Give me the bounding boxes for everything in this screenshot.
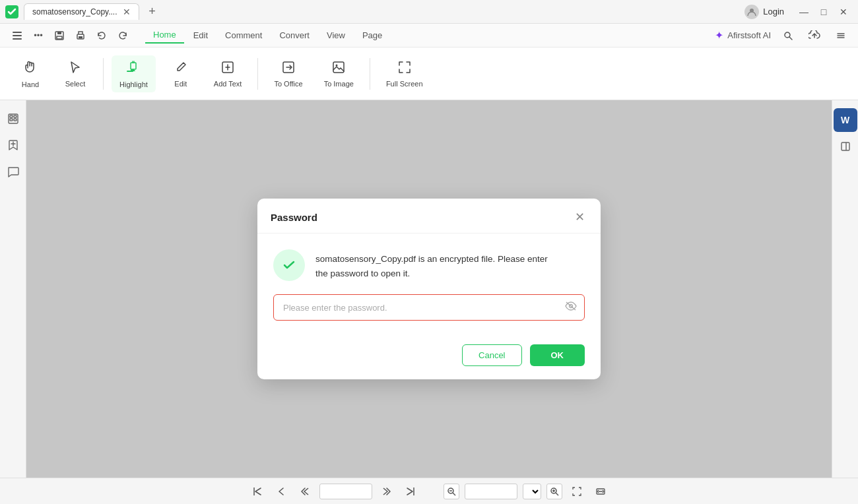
maximize-button[interactable]: □ <box>814 4 833 20</box>
left-sidebar <box>0 100 26 478</box>
tooffice-icon <box>281 60 296 77</box>
login-button[interactable]: Login <box>744 5 784 19</box>
svg-point-11 <box>336 64 338 66</box>
collapse-panel-button[interactable] <box>832 26 850 45</box>
menu-tab-view[interactable]: View <box>319 28 353 43</box>
user-avatar <box>744 5 759 19</box>
tooffice-label: To Office <box>274 80 302 88</box>
tool-toimage[interactable]: To Image <box>316 56 362 92</box>
edit-label: Edit <box>174 80 187 88</box>
first-page-button[interactable] <box>248 482 267 501</box>
page-number-input[interactable] <box>319 484 372 499</box>
svg-rect-2 <box>57 32 61 34</box>
print-button[interactable] <box>71 26 90 45</box>
toolbar-divider-2 <box>257 58 258 90</box>
minimize-button[interactable]: — <box>795 4 813 20</box>
highlight-label: Highlight <box>119 80 148 88</box>
bottom-bar: ▼ <box>0 478 858 504</box>
tool-addtext[interactable]: Add Text <box>206 56 250 92</box>
zoom-dropdown[interactable]: ▼ <box>523 484 541 499</box>
toimage-icon <box>331 60 346 77</box>
svg-rect-3 <box>57 36 62 39</box>
fit-width-button[interactable] <box>591 482 610 501</box>
dialog-title: Password <box>271 212 317 223</box>
last-page-button[interactable] <box>401 482 420 501</box>
cloud-upload-button[interactable] <box>805 26 824 45</box>
dialog-body: somatosensory_Copy.pdf is an encrypted f… <box>257 234 601 336</box>
dialog-message: somatosensory_Copy.pdf is an encrypted f… <box>315 249 548 280</box>
dialog-header: Password ✕ <box>257 199 601 234</box>
title-bar: somatosensory_Copy.... ✕ + Login — □ ✕ <box>0 0 858 24</box>
main-content: Password ✕ somatosensory_Copy.pdf is an … <box>26 100 832 478</box>
toolbar-divider-3 <box>370 58 370 90</box>
tool-select[interactable]: Select <box>55 56 95 92</box>
hamburger-menu-button[interactable] <box>8 26 26 45</box>
undo-button[interactable] <box>92 26 111 45</box>
menu-tab-comment[interactable]: Comment <box>217 28 270 43</box>
toimage-label: To Image <box>324 80 354 88</box>
ai-button[interactable]: ✦ Afirstsoft AI <box>715 29 771 42</box>
zoom-in-button[interactable] <box>546 484 562 499</box>
prev-page-button[interactable] <box>272 482 290 501</box>
redo-button[interactable] <box>114 26 132 45</box>
panel-toggle-button[interactable] <box>836 137 855 156</box>
svg-rect-10 <box>333 62 344 73</box>
active-tab[interactable]: somatosensory_Copy.... ✕ <box>24 3 139 20</box>
hand-label: Hand <box>22 80 39 88</box>
sidebar-comment-button[interactable] <box>3 161 24 182</box>
svg-rect-15 <box>10 119 13 121</box>
toggle-password-visibility-button[interactable] <box>565 301 577 313</box>
more-options-button[interactable]: ••• <box>29 26 48 45</box>
close-button[interactable]: ✕ <box>834 4 853 20</box>
password-input[interactable] <box>273 294 585 321</box>
dialog-message-row: somatosensory_Copy.pdf is an encrypted f… <box>273 249 585 281</box>
menu-tab-edit[interactable]: Edit <box>185 28 216 43</box>
menu-tab-home[interactable]: Home <box>145 27 184 44</box>
edit-icon <box>174 60 188 77</box>
dialog-footer: Cancel OK <box>257 336 601 379</box>
menu-tabs: Home Edit Comment Convert View Page <box>145 27 390 44</box>
save-button[interactable] <box>50 26 69 45</box>
svg-rect-19 <box>842 142 849 150</box>
next-button-1[interactable] <box>378 482 396 501</box>
svg-rect-13 <box>10 115 13 117</box>
menu-bar: ••• Home Edit Comment Convert View Page … <box>0 24 858 47</box>
zoom-level-input[interactable] <box>465 484 517 499</box>
addtext-label: Add Text <box>214 80 242 88</box>
menu-tab-convert[interactable]: Convert <box>271 28 317 43</box>
select-icon <box>68 60 82 77</box>
ok-button[interactable]: OK <box>530 344 585 366</box>
right-sidebar: W <box>832 100 858 478</box>
cancel-button[interactable]: Cancel <box>462 344 521 366</box>
prev-button-2[interactable] <box>296 482 314 501</box>
ai-sparkle-icon: ✦ <box>715 29 723 42</box>
word-conversion-badge[interactable]: W <box>834 108 857 132</box>
zoom-out-button[interactable] <box>444 484 459 499</box>
svg-rect-16 <box>14 119 16 121</box>
svg-line-27 <box>556 493 558 495</box>
svg-rect-5 <box>79 36 82 38</box>
modal-overlay: Password ✕ somatosensory_Copy.pdf is an … <box>26 100 832 478</box>
fullscreen-label: Full Screen <box>386 80 423 88</box>
tab-title: somatosensory_Copy.... <box>32 7 117 16</box>
new-tab-button[interactable]: + <box>145 4 160 20</box>
toolbar-divider-1 <box>103 58 104 90</box>
hand-icon <box>22 59 38 78</box>
tool-edit[interactable]: Edit <box>161 56 201 92</box>
toolbar: Hand Select Highlight Edit Add Text T <box>0 47 858 100</box>
dialog-close-button[interactable]: ✕ <box>572 209 587 225</box>
tool-hand[interactable]: Hand <box>11 55 50 92</box>
sidebar-thumbnail-button[interactable] <box>3 108 24 129</box>
fit-page-button[interactable] <box>568 482 586 501</box>
tool-fullscreen[interactable]: Full Screen <box>378 56 431 92</box>
menu-tab-page[interactable]: Page <box>354 28 390 43</box>
ai-label: Afirstsoft AI <box>727 30 771 40</box>
title-bar-right: Login — □ ✕ <box>744 4 853 20</box>
select-label: Select <box>65 80 86 88</box>
tab-close-button[interactable]: ✕ <box>123 7 131 17</box>
search-button[interactable] <box>779 26 797 45</box>
tool-highlight[interactable]: Highlight <box>112 55 156 92</box>
app-body: Password ✕ somatosensory_Copy.pdf is an … <box>0 100 858 478</box>
sidebar-bookmark-button[interactable] <box>3 135 24 156</box>
tool-tooffice[interactable]: To Office <box>266 56 310 92</box>
